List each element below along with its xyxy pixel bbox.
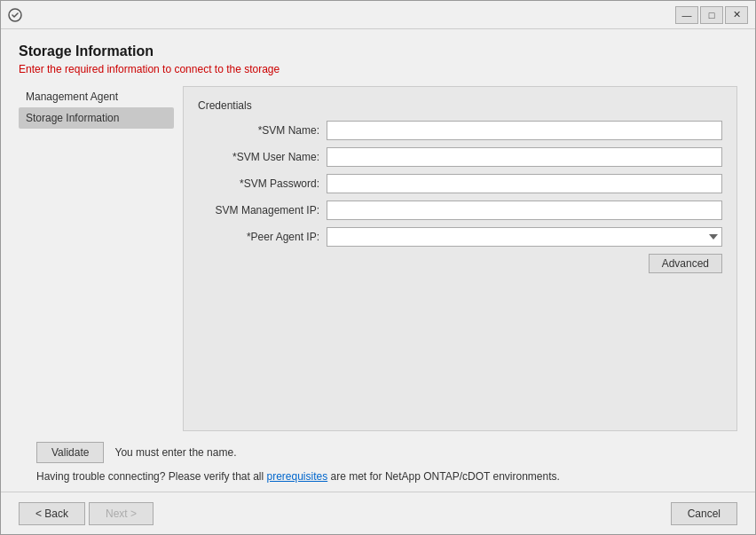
validate-message: You must enter the name. xyxy=(114,446,236,459)
peer-agent-ip-select[interactable] xyxy=(327,227,722,247)
footer: < Back Next > Cancel xyxy=(1,492,755,534)
trouble-text2: are met for NetApp ONTAP/cDOT environmen… xyxy=(327,470,560,483)
svm-mgmt-ip-label: SVM Management IP: xyxy=(198,204,327,216)
prerequisites-link[interactable]: prerequisites xyxy=(266,470,327,483)
sidebar-item-management-agent[interactable]: Management Agent xyxy=(19,86,174,107)
svm-username-input[interactable] xyxy=(327,147,722,167)
app-icon xyxy=(8,8,22,22)
page-title: Storage Information xyxy=(19,43,737,59)
validate-row: Validate You must enter the name. xyxy=(36,442,720,463)
advanced-button[interactable]: Advanced xyxy=(649,254,722,273)
svm-mgmt-ip-row: SVM Management IP: xyxy=(198,201,722,220)
main-window: — □ ✕ Storage Information Enter the requ… xyxy=(0,0,756,535)
titlebar: — □ ✕ xyxy=(1,1,755,29)
trouble-text: Having trouble connecting? Please verify… xyxy=(36,470,266,483)
validate-button[interactable]: Validate xyxy=(36,442,104,463)
page-subtitle: Enter the required information to connec… xyxy=(19,63,737,75)
peer-agent-ip-row: *Peer Agent IP: xyxy=(198,227,722,247)
close-button[interactable]: ✕ xyxy=(725,6,748,24)
svm-name-label: *SVM Name: xyxy=(198,124,327,137)
svm-name-row: *SVM Name: xyxy=(198,121,722,140)
minimize-button[interactable]: — xyxy=(675,6,698,24)
svm-username-label: *SVM User Name: xyxy=(198,151,327,163)
svm-mgmt-ip-input[interactable] xyxy=(327,201,722,220)
sidebar: Management Agent Storage Information xyxy=(19,86,183,431)
titlebar-buttons: — □ ✕ xyxy=(675,6,748,24)
trouble-row: Having trouble connecting? Please verify… xyxy=(36,470,720,483)
svm-password-row: *SVM Password: xyxy=(198,174,722,193)
svm-password-input[interactable] xyxy=(327,174,722,193)
maximize-button[interactable]: □ xyxy=(700,6,723,24)
svm-password-label: *SVM Password: xyxy=(198,177,327,190)
window-content: Storage Information Enter the required i… xyxy=(1,29,755,492)
peer-agent-ip-label: *Peer Agent IP: xyxy=(198,231,327,243)
advanced-row: Advanced xyxy=(198,254,722,273)
svm-name-input[interactable] xyxy=(327,121,722,140)
next-button[interactable]: Next > xyxy=(89,502,154,525)
cancel-button[interactable]: Cancel xyxy=(671,502,737,525)
back-button[interactable]: < Back xyxy=(19,502,85,525)
footer-right: Cancel xyxy=(671,502,737,525)
svm-username-row: *SVM User Name: xyxy=(198,147,722,167)
main-area: Management Agent Storage Information Cre… xyxy=(19,86,737,431)
footer-left: < Back Next > xyxy=(19,502,154,525)
credentials-section-title: Credentials xyxy=(198,99,722,112)
content-panel: Credentials *SVM Name: *SVM User Name: *… xyxy=(183,86,737,431)
bottom-area: Validate You must enter the name. Having… xyxy=(19,431,737,492)
sidebar-item-storage-information[interactable]: Storage Information xyxy=(19,107,174,129)
